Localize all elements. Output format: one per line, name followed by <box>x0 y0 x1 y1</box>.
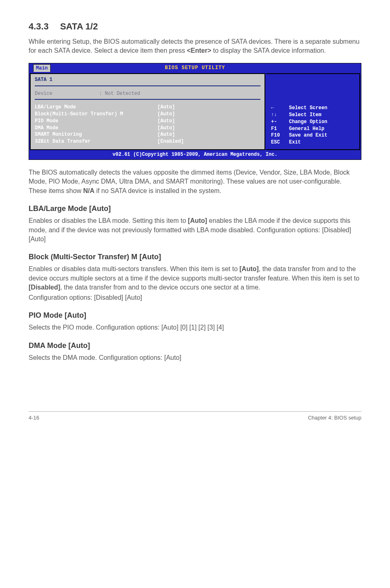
bios-device-title: SATA 1 <box>35 76 260 83</box>
sub-heading-dma: DMA Mode [Auto] <box>29 341 361 351</box>
help-line: ESCExit <box>271 139 355 146</box>
cfg-row-lba[interactable]: LBA/Large Mode[Auto] <box>35 104 260 111</box>
section-title-text: SATA 1/2 <box>60 21 98 31</box>
bios-left-pane: SATA 1 Device : Not Detected LBA/Large M… <box>30 73 265 150</box>
bios-header: BIOS SETUP UTILITY Main <box>29 63 361 72</box>
pio-body: Selects the PIO mode. Configuration opti… <box>29 323 361 332</box>
na-bold: N/A <box>83 187 94 194</box>
help-block: ←Select Screen ↑↓Select Item +-Change Op… <box>271 105 355 146</box>
block-auto-bold: [Auto] <box>240 265 259 272</box>
enter-key-label: <Enter> <box>187 47 211 54</box>
device-value: Not Detected <box>105 91 140 97</box>
device-label: Device <box>35 90 96 97</box>
block-body-c: , the data transfer from and to the devi… <box>60 284 260 291</box>
lba-auto-bold: [Auto] <box>188 217 207 224</box>
section-number: 4.3.3 <box>29 20 49 33</box>
help-text: General Help <box>289 126 324 132</box>
intro-text-b: to display the SATA device information. <box>211 47 326 54</box>
cfg-value: [Enabled] <box>157 139 184 144</box>
help-line: F10Save and Exit <box>271 132 355 139</box>
cfg-row-smart[interactable]: SMART Monitoring[Auto] <box>35 131 260 138</box>
cfg-value: [Auto] <box>157 132 175 137</box>
cfg-row-pio[interactable]: PIO Mode[Auto] <box>35 118 260 125</box>
bios-footer: v02.61 (C)Copyright 1985-2009, American … <box>29 151 361 159</box>
help-key: F1 <box>271 126 289 132</box>
cfg-value: [Auto] <box>157 104 175 110</box>
cfg-label: PIO Mode <box>35 118 157 125</box>
divider <box>35 99 260 100</box>
cfg-row-dma[interactable]: DMA Mode[Auto] <box>35 125 260 132</box>
help-line: ↑↓Select Item <box>271 112 355 119</box>
intro-paragraph: While entering Setup, the BIOS automatic… <box>29 37 361 56</box>
section-title: 4.3.3SATA 1/2 <box>29 20 361 33</box>
cfg-value: [Auto] <box>157 118 175 124</box>
post-bios-text-b: if no SATA device is installed in the sy… <box>94 187 222 194</box>
footer-page-number: 4-16 <box>29 414 39 422</box>
sub-heading-lba: LBA/Large Mode [Auto] <box>29 204 361 214</box>
help-text: Save and Exit <box>289 132 327 139</box>
bios-setup-panel: BIOS SETUP UTILITY Main SATA 1 Device : … <box>29 63 361 160</box>
sub-heading-block: Block (Multi-Sector Transfer) M [Auto] <box>29 252 361 262</box>
help-key: ← <box>271 105 289 112</box>
lba-body: Enables or disables the LBA mode. Settin… <box>29 216 361 244</box>
help-key: ↑↓ <box>271 112 289 119</box>
dma-body: Selects the DMA mode. Configuration opti… <box>29 353 361 362</box>
cfg-row-block[interactable]: Block(Multi-Sector Transfer) M[Auto] <box>35 111 260 118</box>
lba-body-a: Enables or disables the LBA mode. Settin… <box>29 217 188 224</box>
help-line: F1General Help <box>271 126 355 132</box>
block-body: Enables or disables data multi-sectors t… <box>29 265 361 292</box>
device-sep: : <box>99 91 102 97</box>
bios-tab-main[interactable]: Main <box>33 64 51 72</box>
sub-heading-pio: PIO Mode [Auto] <box>29 310 361 321</box>
help-text: Select Screen <box>289 105 327 112</box>
footer-chapter: Chapter 4: BIOS setup <box>308 414 361 422</box>
cfg-row-32bit[interactable]: 32Bit Data Transfer[Enabled] <box>35 138 260 145</box>
help-key: ESC <box>271 139 289 146</box>
cfg-value: [Auto] <box>157 111 175 117</box>
cfg-label: SMART Monitoring <box>35 131 157 138</box>
post-bios-paragraph: The BIOS automatically detects the value… <box>29 168 361 195</box>
bios-right-pane: ←Select Screen ↑↓Select Item +-Change Op… <box>266 73 360 150</box>
cfg-value: [Auto] <box>157 125 175 131</box>
page-footer: 4-16 Chapter 4: BIOS setup <box>29 411 361 422</box>
help-line: +-Change Option <box>271 119 355 126</box>
cfg-label: Block(Multi-Sector Transfer) M <box>35 111 157 118</box>
help-text: Change Option <box>289 119 327 126</box>
bios-header-title: BIOS SETUP UTILITY <box>29 65 361 72</box>
device-row: Device : Not Detected <box>35 90 260 97</box>
cfg-label: LBA/Large Mode <box>35 104 157 111</box>
block-body-a: Enables or disables data multi-sectors t… <box>29 265 240 272</box>
divider <box>35 85 260 86</box>
help-key: F10 <box>271 132 289 139</box>
help-text: Exit <box>289 139 301 146</box>
help-line: ←Select Screen <box>271 105 355 112</box>
block-disabled-bold: [Disabled] <box>29 284 60 291</box>
cfg-label: DMA Mode <box>35 125 157 132</box>
block-body-d: Configuration options: [Disabled] [Auto] <box>29 293 361 302</box>
help-text: Select Item <box>289 112 321 119</box>
cfg-label: 32Bit Data Transfer <box>35 138 157 145</box>
help-key: +- <box>271 119 289 126</box>
